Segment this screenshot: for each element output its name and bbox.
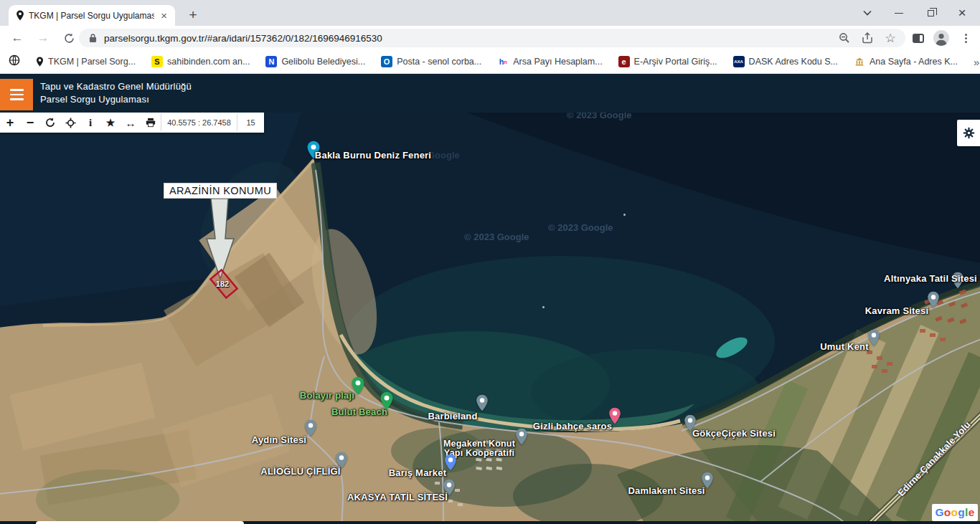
hamburger-menu-button[interactable]: [0, 79, 33, 110]
app-header: Tapu ve Kadastro Genel Müdürlüğü Parsel …: [0, 74, 980, 113]
url-field[interactable]: parselsorgu.tkgm.gov.tr/#ara/idari/15736…: [79, 29, 905, 47]
back-icon[interactable]: ←: [9, 29, 26, 47]
google-logo[interactable]: Google: [932, 504, 978, 521]
poi-label[interactable]: Barbieland: [428, 411, 477, 421]
sahibinden-icon: S: [151, 56, 163, 67]
gelibolu-icon: N: [265, 56, 277, 67]
outlook-icon: O: [381, 56, 392, 67]
poi-label[interactable]: Damlakent Sitesi: [628, 485, 705, 496]
bookmark-sahibinden[interactable]: S sahibinden.com an...: [151, 56, 250, 67]
bookmark-posta[interactable]: O Posta - senol corba...: [381, 56, 481, 67]
browser-tab[interactable]: TKGM | Parsel Sorgu Uygulaması ×: [9, 5, 175, 26]
satellite-map[interactable]: © 2023 Google © 2023 Google © 2023 Googl…: [0, 113, 980, 524]
parcel-number-label: 182: [216, 280, 229, 288]
poi-label[interactable]: Bolayır plajı: [300, 390, 354, 401]
bookmark-earsiv[interactable]: e E-Arşiv Portal Giriş...: [618, 56, 717, 67]
new-tab-button[interactable]: +: [184, 6, 202, 24]
reading-list-globe-icon[interactable]: [9, 54, 20, 69]
tab-close-icon[interactable]: ×: [159, 9, 169, 22]
map-settings-button[interactable]: [957, 120, 980, 146]
site-pin-icon[interactable]: [868, 329, 880, 346]
axa-icon: AXA: [733, 56, 745, 67]
poi-label[interactable]: ALİOĞLU ÇİFLİĞİ: [260, 466, 340, 477]
status-bubble: [36, 521, 244, 524]
poi-label[interactable]: Barış Market: [389, 467, 446, 478]
browser-window: TKGM | Parsel Sorgu Uygulaması × + × ← →…: [0, 0, 980, 524]
side-panel-icon[interactable]: [910, 29, 927, 47]
bookmark-adres-kayit[interactable]: Ana Sayfa - Adres K...: [854, 56, 958, 67]
locate-crosshair-button[interactable]: [60, 113, 80, 133]
profile-avatar[interactable]: [933, 29, 950, 47]
app-title: Tapu ve Kadastro Genel Müdürlüğü Parsel …: [40, 80, 192, 106]
sea-marker-dot: [623, 214, 626, 216]
poi-label[interactable]: GökçeÇiçek Sitesi: [692, 428, 776, 439]
poi-label[interactable]: Aydın Sitesi: [252, 434, 306, 445]
map-toolbar: + − i ★ ↔ 40.5575 : 26.7458 15: [0, 113, 264, 133]
poi-label[interactable]: Umut Kent: [820, 341, 869, 352]
zoom-in-button[interactable]: +: [0, 113, 20, 133]
info-button[interactable]: i: [80, 113, 100, 133]
hesapkurdu-icon: hn: [497, 56, 509, 67]
bookmarks-bar: TKGM | Parsel Sorg... S sahibinden.com a…: [0, 50, 980, 74]
coordinates-display: 40.5575 : 26.7458: [161, 113, 237, 133]
bookmarks-overflow-chevron[interactable]: »: [974, 56, 979, 68]
poi-label[interactable]: AKASYA TATİL SİTESİ: [347, 492, 448, 502]
poi-label[interactable]: Bulut Beach: [331, 406, 387, 417]
poi-label[interactable]: Kavram Sitesi: [865, 305, 929, 316]
restore-button[interactable]: [925, 8, 936, 18]
bookmark-gelibolu[interactable]: N Gelibolu Belediyesi...: [265, 56, 365, 67]
app-title-line2: Parsel Sorgu Uygulaması: [40, 93, 192, 106]
earsiv-icon: e: [618, 56, 630, 67]
bookmark-tkgm[interactable]: TKGM | Parsel Sorg...: [36, 57, 136, 67]
address-bar: ← → parselsorgu.tkgm.gov.tr/#ara/idari/1…: [0, 26, 980, 50]
tab-title: TKGM | Parsel Sorgu Uygulaması: [29, 11, 154, 21]
poi-label[interactable]: Bakla Burnu Deniz Feneri: [315, 150, 431, 161]
url-text: parselsorgu.tkgm.gov.tr/#ara/idari/15736…: [104, 33, 382, 44]
bookmark-dask[interactable]: AXA DASK Adres Kodu S...: [733, 56, 838, 67]
site-pin-icon[interactable]: [928, 291, 940, 308]
sea-marker-dot: [542, 306, 545, 308]
site-pin-icon[interactable]: [476, 394, 489, 411]
print-button[interactable]: [141, 113, 161, 133]
zoom-out-button[interactable]: −: [20, 113, 40, 133]
share-icon[interactable]: [859, 29, 876, 47]
refresh-button[interactable]: [40, 113, 60, 133]
minimize-button[interactable]: [894, 8, 904, 18]
gear-icon: [963, 127, 975, 139]
map-terrain: [0, 113, 980, 524]
location-pin-favicon: [16, 10, 24, 21]
close-button[interactable]: ×: [957, 8, 967, 18]
tab-strip: TKGM | Parsel Sorgu Uygulaması × + ×: [0, 0, 980, 26]
lock-icon: [89, 33, 97, 43]
tab-search-chevron-icon[interactable]: [862, 8, 872, 18]
poi-label[interactable]: Gizli bahçe saros: [533, 421, 612, 432]
favorite-star-button[interactable]: ★: [100, 113, 121, 133]
bookmark-star-icon[interactable]: ☆: [882, 29, 899, 47]
zoom-level-display: 15: [237, 113, 264, 133]
measure-button[interactable]: ↔: [121, 113, 141, 133]
bookmark-arsa-payi[interactable]: hn Arsa Payı Hesaplam...: [497, 56, 602, 67]
menu-dots-icon[interactable]: [957, 29, 974, 47]
zoom-out-icon[interactable]: [836, 29, 853, 47]
app-title-line1: Tapu ve Kadastro Genel Müdürlüğü: [40, 80, 192, 93]
forward-icon[interactable]: →: [34, 29, 52, 47]
reload-icon[interactable]: [60, 29, 77, 47]
annotation-label: ARAZİNİN KONUMU: [164, 183, 277, 199]
poi-label[interactable]: Altınyaka Tatil Sitesi: [884, 273, 977, 284]
location-pin-icon: [36, 57, 44, 67]
building-icon: [854, 56, 865, 67]
